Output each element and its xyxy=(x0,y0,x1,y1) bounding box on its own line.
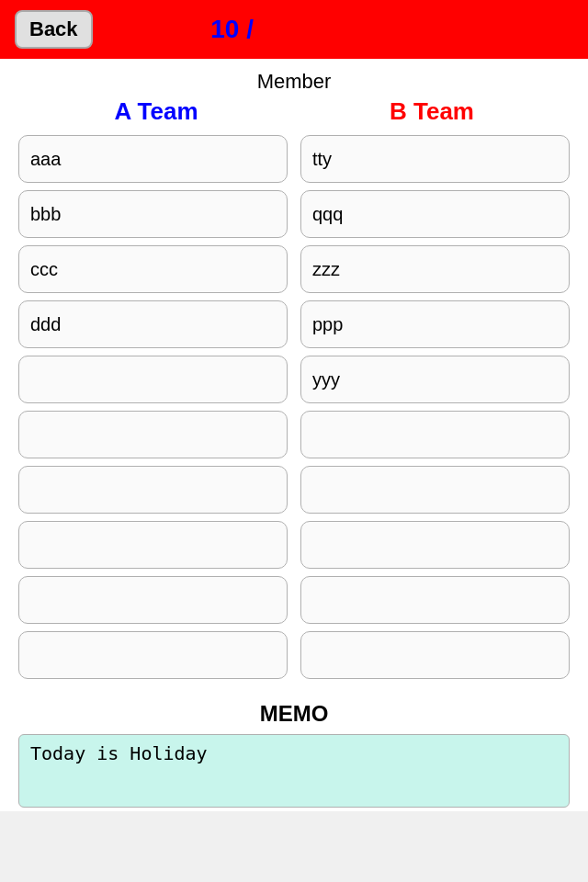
memo-label: MEMO xyxy=(18,701,570,727)
team-b-member-10[interactable] xyxy=(300,631,570,679)
team-a-member-4[interactable] xyxy=(18,300,288,348)
header: Back 10 / 7 / 2012 (Sun.) xyxy=(0,0,588,59)
team-a-member-2[interactable] xyxy=(18,190,288,238)
date-part1: 10 / xyxy=(210,15,254,43)
team-a-member-3[interactable] xyxy=(18,245,288,293)
team-b-member-9[interactable] xyxy=(300,576,570,624)
team-b-member-7[interactable] xyxy=(300,466,570,514)
team-a-member-5[interactable] xyxy=(18,356,288,403)
back-button[interactable]: Back xyxy=(15,10,93,49)
team-b-member-4[interactable] xyxy=(300,300,570,348)
team-b-member-1[interactable] xyxy=(300,135,570,183)
team-a-member-7[interactable] xyxy=(18,466,288,514)
team-a-member-1[interactable] xyxy=(18,135,288,183)
team-headers: A Team B Team xyxy=(18,97,570,126)
team-b-member-3[interactable] xyxy=(300,245,570,293)
teams-container xyxy=(18,135,570,679)
memo-section: MEMO xyxy=(0,694,588,811)
team-a-member-9[interactable] xyxy=(18,576,288,624)
main-content: Member A Team B Team xyxy=(0,59,588,694)
team-b-member-2[interactable] xyxy=(300,190,570,238)
date-part2: 7 / 2012 (Sun.) xyxy=(282,15,455,43)
team-a-column xyxy=(18,135,288,679)
team-b-member-6[interactable] xyxy=(300,411,570,458)
team-b-member-8[interactable] xyxy=(300,521,570,569)
team-b-column xyxy=(300,135,570,679)
date-label: 10 / 7 / 2012 (Sun.) xyxy=(93,15,573,44)
member-label: Member xyxy=(18,70,570,94)
team-a-member-6[interactable] xyxy=(18,411,288,458)
team-a-header: A Team xyxy=(24,97,288,126)
team-a-member-8[interactable] xyxy=(18,521,288,569)
team-a-member-10[interactable] xyxy=(18,631,288,679)
team-b-member-5[interactable] xyxy=(300,356,570,403)
team-b-header: B Team xyxy=(300,97,564,126)
memo-textarea[interactable] xyxy=(18,734,570,808)
